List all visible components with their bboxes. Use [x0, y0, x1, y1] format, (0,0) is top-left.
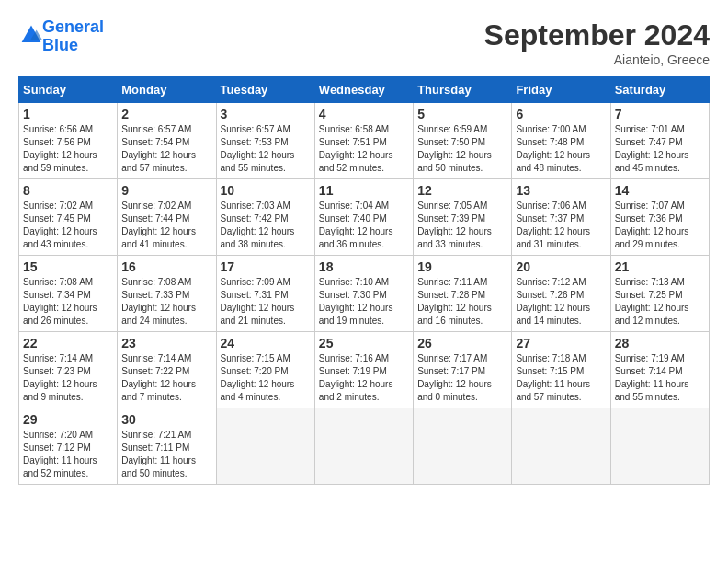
table-row: 22 Sunrise: 7:14 AMSunset: 7:23 PMDaylig… [19, 332, 118, 408]
title-block: September 2024 Aianteio, Greece [484, 18, 710, 67]
day-info: Sunrise: 7:19 AMSunset: 7:14 PMDaylight:… [615, 352, 705, 404]
day-info: Sunrise: 7:04 AMSunset: 7:40 PMDaylight:… [319, 200, 409, 251]
day-info: Sunrise: 7:01 AMSunset: 7:47 PMDaylight:… [615, 123, 705, 175]
logo-text: General Blue [42, 18, 104, 55]
day-info: Sunrise: 7:10 AMSunset: 7:30 PMDaylight:… [319, 276, 409, 327]
table-row: 25 Sunrise: 7:16 AMSunset: 7:19 PMDaylig… [314, 332, 413, 408]
header-saturday: Saturday [610, 77, 709, 103]
table-row: 1 Sunrise: 6:56 AMSunset: 7:56 PMDayligh… [19, 103, 118, 179]
table-row: 5 Sunrise: 6:59 AMSunset: 7:50 PMDayligh… [414, 103, 512, 179]
table-row: 4 Sunrise: 6:58 AMSunset: 7:51 PMDayligh… [314, 103, 413, 179]
table-row: 14 Sunrise: 7:07 AMSunset: 7:36 PMDaylig… [610, 179, 709, 256]
day-number: 2 [121, 107, 211, 121]
table-row: 28 Sunrise: 7:19 AMSunset: 7:14 PMDaylig… [610, 332, 709, 408]
day-info: Sunrise: 7:06 AMSunset: 7:37 PMDaylight:… [516, 200, 606, 251]
table-row: 8 Sunrise: 7:02 AMSunset: 7:45 PMDayligh… [19, 179, 118, 256]
table-row [414, 408, 512, 485]
day-number: 5 [417, 107, 507, 121]
table-row: 27 Sunrise: 7:18 AMSunset: 7:15 PMDaylig… [512, 332, 610, 408]
calendar-table: Sunday Monday Tuesday Wednesday Thursday… [18, 76, 710, 485]
calendar-week-row: 29 Sunrise: 7:20 AMSunset: 7:12 PMDaylig… [19, 408, 710, 485]
day-number: 7 [615, 107, 705, 121]
table-row: 24 Sunrise: 7:15 AMSunset: 7:20 PMDaylig… [216, 332, 314, 408]
table-row: 23 Sunrise: 7:14 AMSunset: 7:22 PMDaylig… [118, 332, 216, 408]
day-number: 3 [221, 107, 311, 121]
day-info: Sunrise: 7:03 AMSunset: 7:42 PMDaylight:… [221, 200, 311, 251]
header-sunday: Sunday [19, 77, 118, 103]
calendar-week-row: 15 Sunrise: 7:08 AMSunset: 7:34 PMDaylig… [19, 256, 710, 332]
weekday-header-row: Sunday Monday Tuesday Wednesday Thursday… [19, 77, 710, 103]
day-number: 24 [221, 336, 311, 350]
table-row: 2 Sunrise: 6:57 AMSunset: 7:54 PMDayligh… [118, 103, 216, 179]
table-row: 19 Sunrise: 7:11 AMSunset: 7:28 PMDaylig… [414, 256, 512, 332]
day-number: 21 [615, 259, 705, 274]
day-number: 17 [221, 259, 311, 274]
day-number: 14 [615, 183, 705, 198]
day-info: Sunrise: 7:07 AMSunset: 7:36 PMDaylight:… [615, 200, 705, 251]
table-row: 3 Sunrise: 6:57 AMSunset: 7:53 PMDayligh… [216, 103, 314, 179]
day-info: Sunrise: 7:00 AMSunset: 7:48 PMDaylight:… [516, 123, 606, 175]
table-row [610, 408, 709, 485]
day-number: 20 [516, 259, 606, 274]
day-info: Sunrise: 7:18 AMSunset: 7:15 PMDaylight:… [516, 352, 606, 404]
table-row: 6 Sunrise: 7:00 AMSunset: 7:48 PMDayligh… [512, 103, 610, 179]
day-info: Sunrise: 7:15 AMSunset: 7:20 PMDaylight:… [221, 352, 311, 404]
logo: General Blue [18, 18, 104, 55]
day-info: Sunrise: 7:02 AMSunset: 7:45 PMDaylight:… [23, 200, 113, 251]
page-header: General Blue September 2024 Aianteio, Gr… [18, 18, 710, 67]
day-info: Sunrise: 7:21 AMSunset: 7:11 PMDaylight:… [121, 429, 211, 480]
day-number: 26 [417, 336, 507, 350]
day-info: Sunrise: 7:13 AMSunset: 7:25 PMDaylight:… [615, 276, 705, 327]
header-wednesday: Wednesday [314, 77, 413, 103]
day-number: 22 [23, 336, 113, 350]
day-number: 19 [417, 259, 507, 274]
day-number: 15 [23, 259, 113, 274]
day-info: Sunrise: 7:08 AMSunset: 7:33 PMDaylight:… [121, 276, 211, 327]
header-thursday: Thursday [414, 77, 512, 103]
table-row: 10 Sunrise: 7:03 AMSunset: 7:42 PMDaylig… [216, 179, 314, 256]
day-number: 1 [23, 107, 113, 121]
day-info: Sunrise: 7:02 AMSunset: 7:44 PMDaylight:… [121, 200, 211, 251]
table-row [314, 408, 413, 485]
day-info: Sunrise: 7:05 AMSunset: 7:39 PMDaylight:… [417, 200, 507, 251]
day-info: Sunrise: 6:57 AMSunset: 7:54 PMDaylight:… [121, 123, 211, 175]
day-number: 10 [221, 183, 311, 198]
header-friday: Friday [512, 77, 610, 103]
day-info: Sunrise: 6:56 AMSunset: 7:56 PMDaylight:… [23, 123, 113, 175]
calendar-week-row: 8 Sunrise: 7:02 AMSunset: 7:45 PMDayligh… [19, 179, 710, 256]
table-row: 9 Sunrise: 7:02 AMSunset: 7:44 PMDayligh… [118, 179, 216, 256]
day-number: 4 [319, 107, 409, 121]
day-number: 30 [121, 412, 211, 427]
table-row: 16 Sunrise: 7:08 AMSunset: 7:33 PMDaylig… [118, 256, 216, 332]
logo-icon [20, 24, 42, 46]
day-info: Sunrise: 7:17 AMSunset: 7:17 PMDaylight:… [417, 352, 507, 404]
calendar-week-row: 1 Sunrise: 6:56 AMSunset: 7:56 PMDayligh… [19, 103, 710, 179]
table-row: 12 Sunrise: 7:05 AMSunset: 7:39 PMDaylig… [414, 179, 512, 256]
day-info: Sunrise: 6:58 AMSunset: 7:51 PMDaylight:… [319, 123, 409, 175]
table-row: 30 Sunrise: 7:21 AMSunset: 7:11 PMDaylig… [118, 408, 216, 485]
day-info: Sunrise: 7:08 AMSunset: 7:34 PMDaylight:… [23, 276, 113, 327]
table-row: 21 Sunrise: 7:13 AMSunset: 7:25 PMDaylig… [610, 256, 709, 332]
day-info: Sunrise: 7:11 AMSunset: 7:28 PMDaylight:… [417, 276, 507, 327]
day-info: Sunrise: 6:57 AMSunset: 7:53 PMDaylight:… [221, 123, 311, 175]
day-number: 16 [121, 259, 211, 274]
day-info: Sunrise: 6:59 AMSunset: 7:50 PMDaylight:… [417, 123, 507, 175]
table-row: 20 Sunrise: 7:12 AMSunset: 7:26 PMDaylig… [512, 256, 610, 332]
table-row: 13 Sunrise: 7:06 AMSunset: 7:37 PMDaylig… [512, 179, 610, 256]
calendar-week-row: 22 Sunrise: 7:14 AMSunset: 7:23 PMDaylig… [19, 332, 710, 408]
day-number: 6 [516, 107, 606, 121]
table-row: 18 Sunrise: 7:10 AMSunset: 7:30 PMDaylig… [314, 256, 413, 332]
header-tuesday: Tuesday [216, 77, 314, 103]
table-row: 11 Sunrise: 7:04 AMSunset: 7:40 PMDaylig… [314, 179, 413, 256]
location: Aianteio, Greece [484, 52, 710, 67]
table-row: 15 Sunrise: 7:08 AMSunset: 7:34 PMDaylig… [19, 256, 118, 332]
day-number: 18 [319, 259, 409, 274]
day-number: 27 [516, 336, 606, 350]
day-number: 12 [417, 183, 507, 198]
day-number: 28 [615, 336, 705, 350]
table-row: 26 Sunrise: 7:17 AMSunset: 7:17 PMDaylig… [414, 332, 512, 408]
table-row [216, 408, 314, 485]
day-info: Sunrise: 7:16 AMSunset: 7:19 PMDaylight:… [319, 352, 409, 404]
table-row: 29 Sunrise: 7:20 AMSunset: 7:12 PMDaylig… [19, 408, 118, 485]
day-number: 23 [121, 336, 211, 350]
